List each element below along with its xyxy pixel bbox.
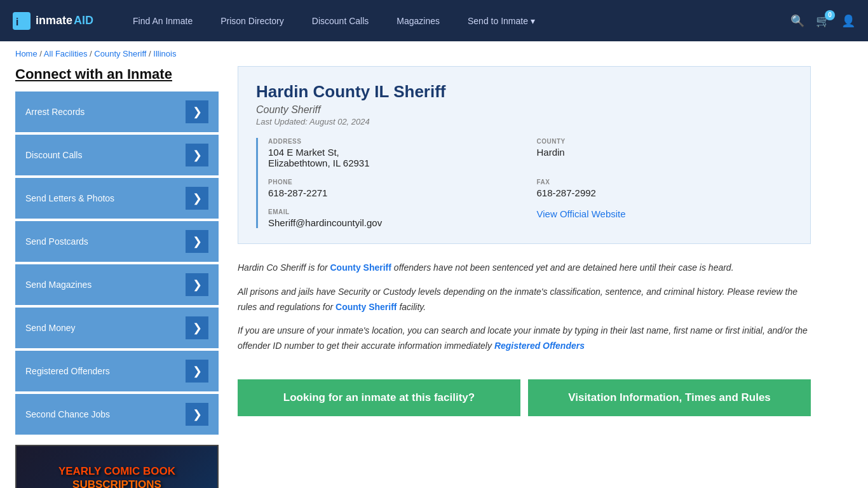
logo[interactable]: i inmate AID — [13, 12, 93, 30]
description-section: Hardin Co Sheriff is for County Sheriff … — [238, 257, 811, 367]
sidebar-btn-arrest-records[interactable]: Arrest Records ❯ — [15, 92, 219, 132]
website-block: View Official Website — [537, 208, 793, 228]
fax-value: 618-287-2992 — [537, 187, 793, 198]
county-label: COUNTY — [537, 138, 793, 145]
main-container: Connect with an Inmate Arrest Records ❯ … — [0, 66, 826, 488]
svg-text:i: i — [16, 15, 19, 27]
logo-aid-text: AID — [74, 14, 93, 27]
address-block: ADDRESS 104 E Market St, Elizabethtown, … — [268, 138, 524, 168]
phone-value: 618-287-2271 — [268, 187, 524, 198]
sidebar: Connect with an Inmate Arrest Records ❯ … — [15, 66, 219, 488]
desc-para1: Hardin Co Sheriff is for County Sheriff … — [238, 261, 811, 276]
nav-links: Find An Inmate Prison Directory Discount… — [119, 0, 790, 41]
arrow-icon: ❯ — [186, 403, 208, 426]
sidebar-btn-send-letters[interactable]: Send Letters & Photos ❯ — [15, 178, 219, 219]
sidebar-ad[interactable]: 🦸 YEARLY COMIC BOOK SUBSCRIPTIONS STARTI… — [15, 445, 219, 488]
address-label: ADDRESS — [268, 138, 524, 145]
arrow-icon: ❯ — [186, 100, 208, 123]
county-value: Hardin — [537, 147, 793, 158]
breadcrumb-county-sheriff[interactable]: County Sheriff — [94, 49, 146, 58]
cart-wrapper[interactable]: 🛒 0 — [816, 14, 830, 28]
find-inmate-button[interactable]: Looking for an inmate at this facility? — [238, 379, 520, 416]
registered-offenders-link[interactable]: Registered Offenders — [494, 341, 585, 351]
nav-send-to-inmate[interactable]: Send to Inmate ▾ — [454, 0, 549, 41]
logo-inmate-text: inmate — [36, 14, 72, 27]
arrow-icon: ❯ — [186, 273, 208, 296]
sidebar-btn-send-magazines[interactable]: Send Magazines ❯ — [15, 264, 219, 305]
arrow-icon: ❯ — [186, 316, 208, 339]
sidebar-btn-send-postcards[interactable]: Send Postcards ❯ — [15, 221, 219, 262]
email-value: Sheriff@hardincountyil.gov — [268, 217, 524, 228]
facility-name: Hardin County IL Sheriff — [256, 82, 792, 102]
ad-title: YEARLY COMIC BOOK SUBSCRIPTIONS — [58, 465, 175, 488]
bottom-buttons: Looking for an inmate at this facility? … — [238, 379, 811, 416]
arrow-icon: ❯ — [186, 230, 208, 253]
sidebar-btn-discount-calls[interactable]: Discount Calls ❯ — [15, 135, 219, 175]
sidebar-btn-second-chance-jobs[interactable]: Second Chance Jobs ❯ — [15, 394, 219, 435]
facility-type: County Sheriff — [256, 104, 792, 116]
facility-info-grid: ADDRESS 104 E Market St, Elizabethtown, … — [256, 138, 792, 228]
nav-magazines[interactable]: Magazines — [383, 0, 454, 41]
user-icon[interactable]: 👤 — [841, 14, 855, 28]
county-block: COUNTY Hardin — [537, 138, 793, 168]
sidebar-title: Connect with an Inmate — [15, 66, 219, 83]
nav-discount-calls[interactable]: Discount Calls — [298, 0, 383, 41]
breadcrumb-illinois[interactable]: Illinois — [153, 49, 176, 58]
email-label: EMAIL — [268, 208, 524, 215]
fax-block: FAX 618-287-2992 — [537, 179, 793, 198]
breadcrumb-home[interactable]: Home — [15, 49, 37, 58]
cart-badge: 0 — [825, 10, 835, 20]
arrow-icon: ❯ — [186, 360, 208, 383]
breadcrumb-all-facilities[interactable]: All Facilities — [44, 49, 88, 58]
phone-label: PHONE — [268, 179, 524, 186]
content: Hardin County IL Sheriff County Sheriff … — [238, 66, 811, 488]
arrow-icon: ❯ — [186, 144, 208, 166]
facility-last-updated: Last Updated: August 02, 2024 — [256, 117, 792, 126]
desc-para2: All prisons and jails have Security or C… — [238, 285, 811, 315]
fax-label: FAX — [537, 179, 793, 186]
county-sheriff-link-2[interactable]: County Sheriff — [336, 302, 397, 312]
sidebar-btn-send-money[interactable]: Send Money ❯ — [15, 308, 219, 348]
phone-block: PHONE 618-287-2271 — [268, 179, 524, 198]
nav-right: 🔍 🛒 0 👤 — [790, 14, 855, 28]
main-nav: i inmate AID Find An Inmate Prison Direc… — [0, 0, 868, 41]
arrow-icon: ❯ — [186, 187, 208, 210]
email-block: EMAIL Sheriff@hardincountyil.gov — [268, 208, 524, 228]
breadcrumb: Home / All Facilities / County Sheriff /… — [0, 41, 868, 66]
view-official-website-link[interactable]: View Official Website — [537, 208, 626, 219]
visitation-button[interactable]: Visitation Information, Times and Rules — [528, 379, 811, 416]
search-icon[interactable]: 🔍 — [790, 14, 804, 28]
address-value: 104 E Market St, Elizabethtown, IL 62931 — [268, 147, 524, 168]
facility-card: Hardin County IL Sheriff County Sheriff … — [238, 66, 811, 244]
nav-find-inmate[interactable]: Find An Inmate — [119, 0, 207, 41]
desc-para3: If you are unsure of your inmate's locat… — [238, 323, 811, 354]
sidebar-btn-registered-offenders[interactable]: Registered Offenders ❯ — [15, 351, 219, 391]
nav-prison-directory[interactable]: Prison Directory — [207, 0, 298, 41]
county-sheriff-link-1[interactable]: County Sheriff — [330, 262, 391, 273]
